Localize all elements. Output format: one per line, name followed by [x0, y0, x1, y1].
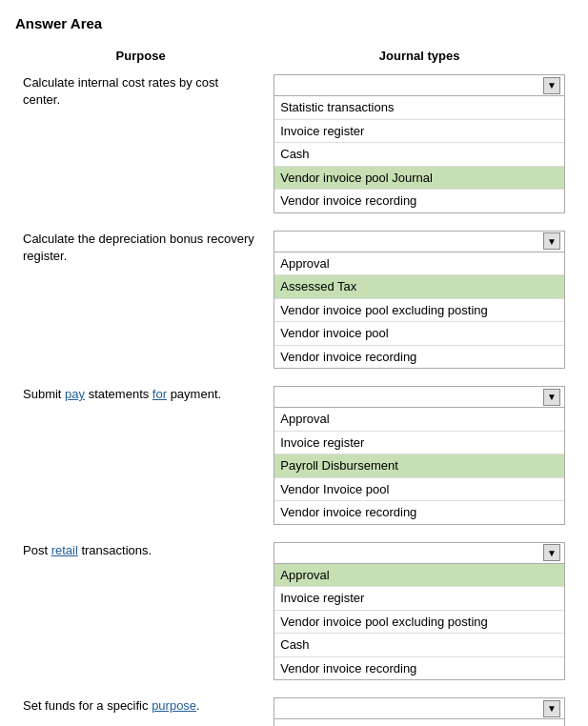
dropdown-item[interactable]: Approval	[274, 719, 564, 726]
dropdown-container: ▼ApprovalInvoice registerPayroll Disburs…	[274, 386, 565, 525]
dropdown-item[interactable]: Vendor invoice recording	[274, 346, 564, 369]
dropdown-item[interactable]: Approval	[274, 564, 564, 588]
dropdown-item[interactable]: Statistic transactions	[274, 96, 564, 120]
dropdown-arrow-icon[interactable]: ▼	[543, 544, 560, 561]
purpose-cell-2: Calculate the depreciation bonus recover…	[15, 227, 266, 373]
journal-types-cell-3: ▼ApprovalInvoice registerPayroll Disburs…	[266, 382, 573, 529]
blue-link-text: retail	[51, 543, 78, 557]
dropdown-item[interactable]: Vendor invoice pool	[274, 322, 564, 346]
dropdown-item[interactable]: Approval	[274, 408, 564, 432]
table-row: Set funds for a specific purpose.▼Approv…	[15, 694, 573, 726]
dropdown-item[interactable]: Invoice register	[274, 120, 564, 144]
dropdown-item[interactable]: Invoice register	[274, 587, 564, 611]
dropdown-item[interactable]: Approval	[274, 252, 564, 276]
blue-link-text: pay	[65, 387, 85, 401]
dropdown-arrow-icon[interactable]: ▼	[543, 232, 560, 250]
col-header-journal-types: Journal types	[266, 45, 573, 71]
row-spacer	[15, 217, 573, 227]
purpose-cell-3: Submit pay statements for payment.	[15, 382, 266, 529]
dropdown-item[interactable]: Invoice register	[274, 432, 564, 455]
dropdown-container: ▼Statistic transactionsInvoice registerC…	[274, 74, 565, 213]
table-row: Submit pay statements for payment.▼Appro…	[15, 382, 573, 529]
dropdown-item[interactable]: Vendor invoice pool Journal	[274, 167, 564, 191]
dropdown-arrow-icon[interactable]: ▼	[543, 389, 560, 406]
dropdown-item[interactable]: Vendor Invoice pool	[274, 478, 564, 502]
dropdown-item[interactable]: Vendor invoice recording	[274, 501, 564, 524]
row-spacer	[15, 373, 573, 382]
purpose-cell-1: Calculate internal cost rates by cost ce…	[15, 71, 266, 217]
table-row: Post retail transactions.▼ApprovalInvoic…	[15, 538, 573, 685]
dropdown-arrow-icon[interactable]: ▼	[543, 77, 560, 94]
dropdown-header: ▼	[274, 543, 564, 564]
col-header-purpose: Purpose	[15, 45, 266, 71]
dropdown-item[interactable]: Payroll Disbursement	[274, 454, 564, 478]
dropdown-container: ▼ApprovalInvoice registerVendor invoice …	[274, 697, 565, 726]
blue-link-text: for	[152, 387, 167, 401]
dropdown-container: ▼ApprovalAssessed TaxVendor invoice pool…	[274, 231, 565, 370]
dropdown-item[interactable]: Vendor invoice pool excluding posting	[274, 299, 564, 323]
answer-table: Purpose Journal types Calculate internal…	[15, 45, 573, 726]
row-spacer	[15, 684, 573, 694]
dropdown-header: ▼	[274, 75, 564, 96]
dropdown-header: ▼	[274, 387, 564, 408]
purpose-cell-4: Post retail transactions.	[15, 538, 266, 685]
table-row: Calculate the depreciation bonus recover…	[15, 227, 573, 373]
blue-link-text: purpose	[152, 698, 196, 713]
dropdown-item[interactable]: Vendor invoice recording	[274, 190, 564, 212]
journal-types-cell-4: ▼ApprovalInvoice registerVendor invoice …	[266, 538, 573, 685]
dropdown-item[interactable]: Cash	[274, 143, 564, 167]
page-title: Answer Area	[15, 15, 573, 31]
row-spacer	[15, 529, 573, 538]
dropdown-item[interactable]: Vendor invoice recording	[274, 657, 564, 680]
dropdown-header: ▼	[274, 232, 564, 252]
dropdown-item[interactable]: Assessed Tax	[274, 275, 564, 299]
dropdown-arrow-icon[interactable]: ▼	[543, 700, 560, 717]
journal-types-cell-1: ▼Statistic transactionsInvoice registerC…	[266, 71, 573, 217]
dropdown-header: ▼	[274, 698, 564, 719]
dropdown-container: ▼ApprovalInvoice registerVendor invoice …	[274, 542, 565, 681]
table-row: Calculate internal cost rates by cost ce…	[15, 71, 573, 217]
journal-types-cell-2: ▼ApprovalAssessed TaxVendor invoice pool…	[266, 227, 573, 373]
purpose-cell-5: Set funds for a specific purpose.	[15, 694, 266, 726]
dropdown-item[interactable]: Cash	[274, 634, 564, 657]
journal-types-cell-5: ▼ApprovalInvoice registerVendor invoice …	[266, 694, 573, 726]
dropdown-item[interactable]: Vendor invoice pool excluding posting	[274, 611, 564, 635]
